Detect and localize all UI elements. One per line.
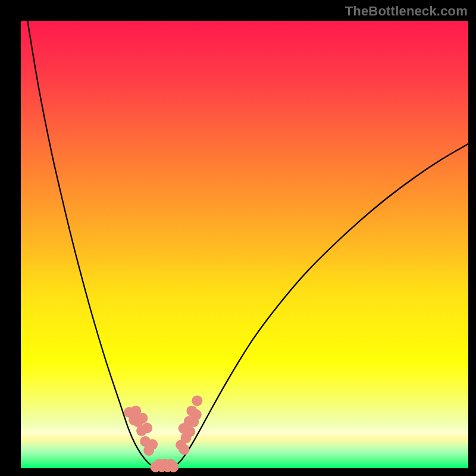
data-marker <box>192 395 202 406</box>
data-marker <box>168 462 178 472</box>
chart-svg <box>0 0 476 476</box>
data-marker <box>142 422 152 433</box>
data-marker <box>191 409 202 420</box>
bottleneck-curve <box>27 21 468 469</box>
data-marker <box>147 439 158 450</box>
data-marker <box>184 426 195 437</box>
data-marker <box>179 444 190 455</box>
chart-frame: TheBottleneck.com <box>0 0 476 476</box>
data-marker <box>137 413 148 424</box>
